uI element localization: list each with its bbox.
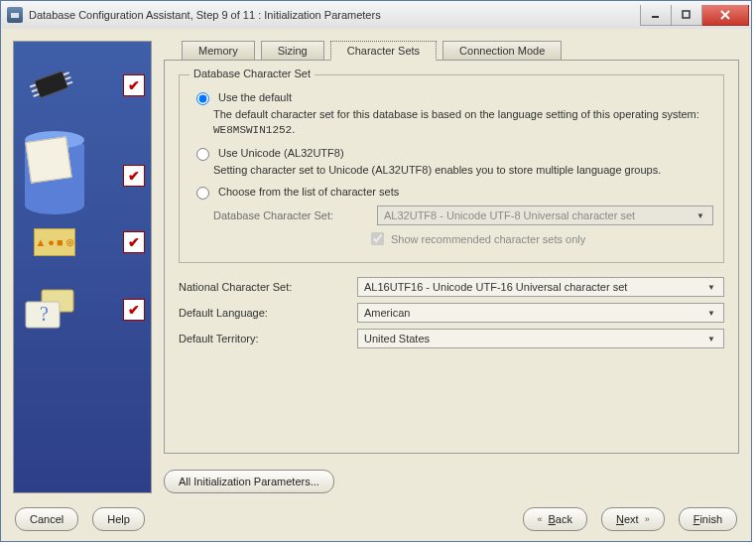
svg-rect-5 — [34, 70, 67, 97]
svg-line-10 — [65, 77, 71, 79]
sidebar-step-3: ▲● ■⊗ ✔ — [20, 222, 145, 262]
svg-line-7 — [32, 89, 38, 91]
maximize-button[interactable] — [672, 5, 702, 26]
help-folders-icon: ? — [20, 284, 83, 336]
default-territory-row: Default Territory: United States ▼ — [179, 329, 724, 348]
chip-icon — [20, 60, 83, 111]
database-character-set-group: Database Character Set Use the default T… — [179, 74, 724, 263]
national-charset-label: National Character Set: — [179, 281, 347, 293]
db-charset-combo-value: AL32UTF8 - Unicode UTF-8 Universal chara… — [384, 209, 635, 221]
titlebar: Database Configuration Assistant, Step 9… — [1, 1, 751, 30]
sidebar-step-2: ✔ — [20, 133, 145, 218]
step-complete-icon: ✔ — [123, 74, 145, 96]
app-icon — [7, 7, 23, 23]
window-controls — [640, 5, 749, 25]
additional-settings: National Character Set: AL16UTF16 - Unic… — [179, 277, 724, 348]
radio-choose-label[interactable]: Choose from the list of character sets — [218, 186, 399, 198]
radio-use-unicode-label[interactable]: Use Unicode (AL32UTF8) — [218, 147, 344, 159]
back-button[interactable]: « Back — [523, 507, 587, 531]
svg-line-9 — [63, 72, 69, 74]
use-unicode-description: Setting character set to Unicode (AL32UT… — [213, 163, 713, 178]
db-charset-combo-row: Database Character Set: AL32UTF8 - Unico… — [213, 205, 713, 225]
radio-use-default-label[interactable]: Use the default — [218, 91, 292, 103]
show-recommended-row: Show recommended character sets only — [213, 229, 713, 248]
os-charset-value: WE8MSWIN1252 — [213, 124, 292, 136]
national-charset-combo[interactable]: AL16UTF16 - Unicode UTF-16 Universal cha… — [357, 277, 724, 297]
wizard-footer: Cancel Help « Back Next » Finish — [1, 497, 751, 541]
chevron-down-icon: ▼ — [703, 335, 719, 343]
tab-connection-mode[interactable]: Connection Mode — [442, 41, 562, 61]
chevron-down-icon: ▼ — [703, 283, 719, 292]
wizard-window: Database Configuration Assistant, Step 9… — [0, 0, 752, 542]
close-button[interactable] — [702, 5, 749, 26]
radio-use-unicode[interactable] — [196, 148, 209, 161]
svg-line-11 — [66, 82, 72, 84]
radio-choose-from-list[interactable] — [196, 187, 209, 200]
minimize-button[interactable] — [640, 5, 672, 26]
wizard-sidebar: ✔ ✔ ▲● ■⊗ ✔ — [13, 41, 152, 493]
chevron-down-icon: ▼ — [693, 211, 708, 220]
step-complete-icon: ✔ — [123, 299, 145, 321]
chevron-down-icon: ▼ — [703, 309, 719, 318]
content-row: ✔ ✔ ▲● ■⊗ ✔ — [1, 29, 751, 497]
wizard-body: ✔ ✔ ▲● ■⊗ ✔ — [1, 29, 751, 541]
national-charset-value: AL16UTF16 - Unicode UTF-16 Universal cha… — [364, 281, 627, 293]
svg-line-8 — [34, 94, 40, 96]
default-territory-combo[interactable]: United States ▼ — [357, 329, 724, 348]
all-initialization-parameters-button[interactable]: All Initialization Parameters... — [164, 470, 334, 493]
tab-memory[interactable]: Memory — [182, 41, 255, 61]
tab-strip: Memory Sizing Character Sets Connection … — [164, 41, 739, 61]
show-recommended-checkbox — [371, 232, 384, 245]
show-recommended-label: Show recommended character sets only — [391, 233, 585, 245]
step-complete-icon: ✔ — [123, 231, 145, 253]
radio-use-default-row: Use the default — [191, 91, 713, 105]
default-language-combo[interactable]: American ▼ — [357, 303, 724, 323]
chevron-left-icon: « — [538, 514, 543, 524]
tab-sizing[interactable]: Sizing — [261, 41, 324, 61]
svg-rect-2 — [683, 11, 690, 18]
window-title: Database Configuration Assistant, Step 9… — [29, 9, 640, 21]
svg-line-6 — [30, 84, 36, 86]
chevron-right-icon: » — [645, 514, 650, 524]
default-territory-label: Default Territory: — [179, 333, 347, 344]
groupbox-title: Database Character Set — [189, 68, 315, 79]
tab-panel-character-sets: Database Character Set Use the default T… — [164, 60, 739, 454]
next-button[interactable]: Next » — [601, 507, 665, 531]
sidebar-step-4: ? ✔ — [20, 284, 145, 336]
back-button-label: Back — [549, 513, 572, 525]
default-language-label: Default Language: — [179, 307, 347, 319]
radio-choose-row: Choose from the list of character sets — [191, 186, 713, 200]
db-charset-combo-label: Database Character Set: — [213, 209, 367, 221]
db-shapes-icon: ▲● ■⊗ — [20, 222, 89, 262]
step-complete-icon: ✔ — [123, 165, 145, 187]
default-language-value: American — [364, 307, 410, 319]
db-docs-icon — [20, 133, 89, 218]
next-button-label: Next — [616, 513, 639, 525]
tab-character-sets[interactable]: Character Sets — [330, 41, 437, 61]
default-territory-value: United States — [364, 333, 430, 344]
main-panel: Memory Sizing Character Sets Connection … — [164, 41, 739, 493]
finish-button-label: Finish — [693, 513, 722, 525]
use-default-description: The default character set for this datab… — [213, 107, 713, 139]
help-button[interactable]: Help — [92, 507, 145, 531]
sidebar-step-1: ✔ — [20, 60, 145, 111]
all-params-row: All Initialization Parameters... — [164, 462, 739, 493]
svg-text:?: ? — [40, 303, 49, 325]
db-charset-combo: AL32UTF8 - Unicode UTF-8 Universal chara… — [377, 205, 713, 225]
svg-rect-0 — [11, 13, 19, 18]
default-language-row: Default Language: American ▼ — [179, 303, 724, 323]
national-charset-row: National Character Set: AL16UTF16 - Unic… — [179, 277, 724, 297]
cancel-button[interactable]: Cancel — [15, 507, 78, 531]
finish-button[interactable]: Finish — [679, 507, 737, 531]
radio-use-unicode-row: Use Unicode (AL32UTF8) — [191, 147, 713, 161]
radio-use-default[interactable] — [196, 92, 209, 105]
